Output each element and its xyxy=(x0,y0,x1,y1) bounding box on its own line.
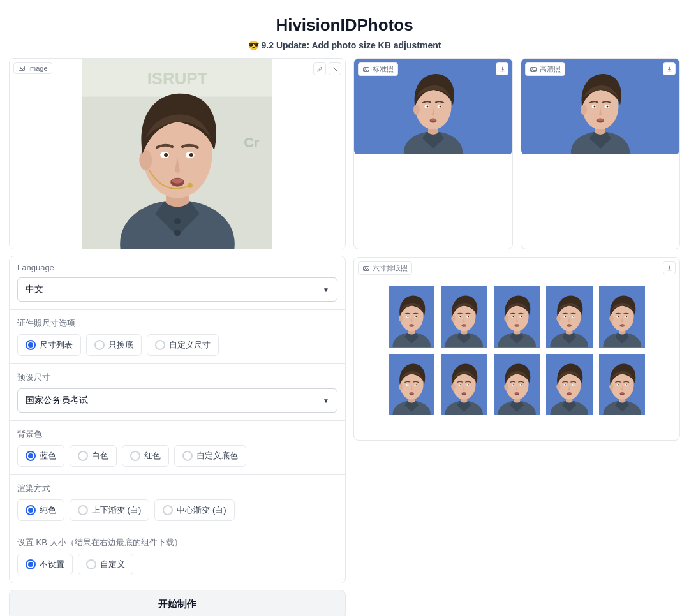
subtitle-text: 9.2 Update: Add photo size KB adjustment xyxy=(262,40,441,50)
page-title: HivisionIDPhotos xyxy=(9,15,680,35)
pencil-icon xyxy=(316,66,323,73)
radio-dot xyxy=(86,559,96,569)
submit-button[interactable]: 开始制作 xyxy=(9,590,346,616)
size-option-option[interactable]: 只换底 xyxy=(86,334,142,356)
render-mode-option[interactable]: 中心渐变 (白) xyxy=(154,499,234,521)
layout-photo-tile xyxy=(494,286,540,348)
bg-color-option[interactable]: 红色 xyxy=(122,445,169,467)
layout-output-panel: 六寸排版照 xyxy=(353,257,680,441)
bg-color-radios: 蓝色白色红色自定义底色 xyxy=(17,445,337,467)
chevron-down-icon: ▼ xyxy=(323,286,329,293)
layout-photo-tile xyxy=(494,354,540,416)
radio-label: 红色 xyxy=(144,450,161,462)
radio-label: 中心渐变 (白) xyxy=(177,504,226,516)
radio-dot xyxy=(163,505,173,515)
radio-label: 自定义 xyxy=(100,559,125,570)
language-selected: 中文 xyxy=(26,284,43,295)
radio-dot xyxy=(78,451,88,461)
layout-photo-tile xyxy=(441,354,487,416)
x-icon xyxy=(332,66,339,73)
input-image-panel[interactable]: Image xyxy=(9,58,346,249)
download-icon xyxy=(666,265,673,272)
radio-dot xyxy=(182,451,193,461)
bg-color-label: 背景色 xyxy=(17,429,337,440)
hd-output-panel: 高清照 xyxy=(521,58,680,249)
radio-label: 上下渐变 (白) xyxy=(92,504,141,516)
subtitle-emoji: 😎 xyxy=(248,40,259,50)
radio-dot xyxy=(26,559,36,569)
radio-label: 蓝色 xyxy=(40,450,56,462)
download-standard-button[interactable] xyxy=(496,62,508,75)
standard-label-text: 标准照 xyxy=(373,64,394,74)
layout-photo-tile xyxy=(389,286,434,348)
standard-output-label: 标准照 xyxy=(358,62,398,76)
image-icon xyxy=(18,64,26,72)
radio-label: 自定义尺寸 xyxy=(169,339,211,351)
layout-photo-tile xyxy=(389,354,434,416)
size-option-option[interactable]: 自定义尺寸 xyxy=(147,334,219,356)
preset-size-label: 预设尺寸 xyxy=(17,372,337,383)
standard-output-panel: 标准照 xyxy=(353,58,513,249)
input-image-label-text: Image xyxy=(28,64,48,72)
render-mode-option[interactable]: 纯色 xyxy=(17,499,64,521)
kb-setting-option[interactable]: 不设置 xyxy=(17,554,73,575)
input-image-label: Image xyxy=(13,62,52,74)
bg-color-option[interactable]: 白色 xyxy=(70,445,117,467)
image-icon xyxy=(362,66,370,73)
radio-label: 白色 xyxy=(92,450,108,462)
hd-label-text: 高清照 xyxy=(540,64,561,74)
page-subtitle: 😎9.2 Update: Add photo size KB adjustmen… xyxy=(9,40,680,50)
size-option-option[interactable]: 尺寸列表 xyxy=(17,334,81,356)
kb-setting-label: 设置 KB 大小（结果在右边最底的组件下载） xyxy=(17,537,337,548)
size-option-label: 证件照尺寸选项 xyxy=(17,318,337,329)
preset-size-select[interactable]: 国家公务员考试 ▼ xyxy=(17,388,337,413)
bg-color-option[interactable]: 自定义底色 xyxy=(174,445,246,467)
radio-dot xyxy=(78,505,88,515)
layout-photo-tile xyxy=(599,286,645,348)
bg-color-option[interactable]: 蓝色 xyxy=(17,445,64,467)
radio-dot xyxy=(26,505,36,515)
layout-photo-tile xyxy=(546,286,592,348)
radio-dot xyxy=(94,340,105,350)
download-icon xyxy=(666,66,673,73)
radio-label: 纯色 xyxy=(40,504,56,516)
radio-label: 不设置 xyxy=(40,559,64,570)
kb-setting-radios: 不设置自定义 xyxy=(17,554,337,575)
preset-size-selected: 国家公务员考试 xyxy=(26,395,88,406)
layout-label-text: 六寸排版照 xyxy=(373,263,408,273)
clear-image-button[interactable] xyxy=(329,62,341,75)
radio-label: 自定义底色 xyxy=(196,450,238,462)
radio-dot xyxy=(130,451,140,461)
size-option-radios: 尺寸列表只换底自定义尺寸 xyxy=(17,334,337,356)
download-icon xyxy=(499,66,506,73)
image-icon xyxy=(530,66,537,73)
layout-photo-tile xyxy=(441,286,487,348)
language-label: Language xyxy=(17,263,337,272)
render-mode-option[interactable]: 上下渐变 (白) xyxy=(70,499,149,521)
layout-photo-tile xyxy=(599,354,645,416)
radio-label: 只换底 xyxy=(108,339,133,351)
radio-dot xyxy=(155,340,165,350)
layout-photo-tile xyxy=(546,354,592,416)
radio-label: 尺寸列表 xyxy=(40,339,73,351)
language-select[interactable]: 中文 ▼ xyxy=(17,277,337,302)
image-icon xyxy=(362,265,370,272)
hd-output-label: 高清照 xyxy=(525,62,565,76)
download-hd-button[interactable] xyxy=(663,62,676,75)
photo-grid xyxy=(389,286,645,415)
chevron-down-icon: ▼ xyxy=(323,397,329,404)
edit-image-button[interactable] xyxy=(313,62,326,75)
render-mode-label: 渲染方式 xyxy=(17,483,337,494)
radio-dot xyxy=(26,340,36,350)
download-layout-button[interactable] xyxy=(663,261,676,274)
input-portrait xyxy=(10,59,345,249)
layout-output-label: 六寸排版照 xyxy=(358,261,412,275)
render-mode-radios: 纯色上下渐变 (白)中心渐变 (白) xyxy=(17,499,337,521)
radio-dot xyxy=(26,451,36,461)
kb-setting-option[interactable]: 自定义 xyxy=(78,554,133,575)
